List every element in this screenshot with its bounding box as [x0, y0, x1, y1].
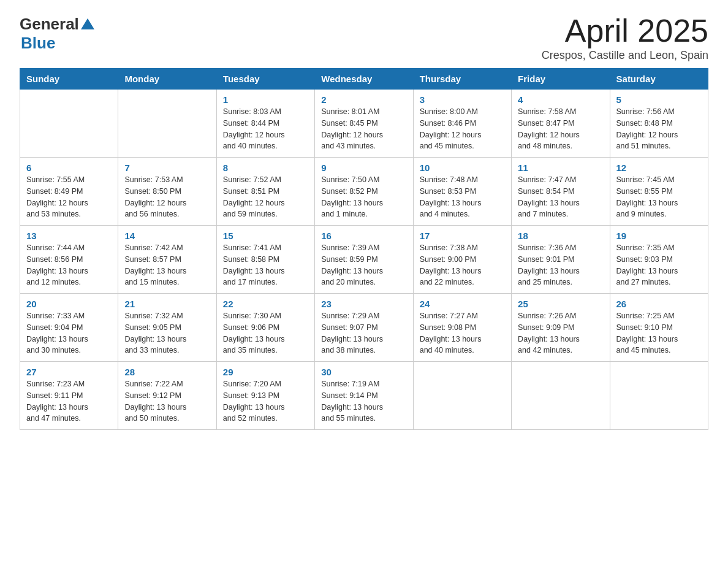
- day-number: 1: [223, 94, 308, 105]
- calendar-cell: 19Sunrise: 7:35 AM Sunset: 9:03 PM Dayli…: [610, 226, 708, 294]
- calendar-cell: 17Sunrise: 7:38 AM Sunset: 9:00 PM Dayli…: [413, 226, 511, 294]
- calendar-cell: 27Sunrise: 7:23 AM Sunset: 9:11 PM Dayli…: [20, 362, 118, 430]
- day-info: Sunrise: 7:23 AM Sunset: 9:11 PM Dayligh…: [26, 380, 88, 423]
- day-number: 20: [26, 299, 112, 309]
- day-info: Sunrise: 7:52 AM Sunset: 8:51 PM Dayligh…: [223, 175, 285, 218]
- day-number: 26: [616, 299, 702, 309]
- calendar-header-tuesday: Tuesday: [216, 69, 314, 90]
- day-info: Sunrise: 7:29 AM Sunset: 9:07 PM Dayligh…: [321, 312, 383, 354]
- calendar-cell: [118, 90, 216, 158]
- calendar-cell: 8Sunrise: 7:52 AM Sunset: 8:51 PM Daylig…: [216, 158, 314, 226]
- calendar-cell: 18Sunrise: 7:36 AM Sunset: 9:01 PM Dayli…: [512, 226, 610, 294]
- calendar-cell: 9Sunrise: 7:50 AM Sunset: 8:52 PM Daylig…: [315, 158, 413, 226]
- day-number: 21: [124, 299, 210, 309]
- title-block: April 2025 Crespos, Castille and Leon, S…: [542, 15, 708, 62]
- day-number: 18: [518, 231, 603, 241]
- calendar-cell: 7Sunrise: 7:53 AM Sunset: 8:50 PM Daylig…: [118, 158, 216, 226]
- day-number: 17: [420, 231, 505, 241]
- day-number: 24: [420, 299, 505, 309]
- day-info: Sunrise: 7:48 AM Sunset: 8:53 PM Dayligh…: [420, 175, 482, 218]
- calendar-week-2: 6Sunrise: 7:55 AM Sunset: 8:49 PM Daylig…: [20, 158, 708, 226]
- calendar-cell: 11Sunrise: 7:47 AM Sunset: 8:54 PM Dayli…: [512, 158, 610, 226]
- calendar-cell: 21Sunrise: 7:32 AM Sunset: 9:05 PM Dayli…: [118, 294, 216, 362]
- calendar-cell: 25Sunrise: 7:26 AM Sunset: 9:09 PM Dayli…: [512, 294, 610, 362]
- day-info: Sunrise: 7:22 AM Sunset: 9:12 PM Dayligh…: [124, 380, 186, 423]
- calendar-cell: 20Sunrise: 7:33 AM Sunset: 9:04 PM Dayli…: [20, 294, 118, 362]
- calendar-table: SundayMondayTuesdayWednesdayThursdayFrid…: [20, 68, 708, 430]
- day-info: Sunrise: 8:00 AM Sunset: 8:46 PM Dayligh…: [420, 107, 482, 150]
- calendar-week-1: 1Sunrise: 8:03 AM Sunset: 8:44 PM Daylig…: [20, 90, 708, 158]
- day-number: 25: [518, 299, 603, 309]
- calendar-cell: 22Sunrise: 7:30 AM Sunset: 9:06 PM Dayli…: [216, 294, 314, 362]
- day-number: 3: [420, 94, 505, 105]
- calendar-week-3: 13Sunrise: 7:44 AM Sunset: 8:56 PM Dayli…: [20, 226, 708, 294]
- day-info: Sunrise: 7:27 AM Sunset: 9:08 PM Dayligh…: [420, 312, 482, 354]
- calendar-cell: 10Sunrise: 7:48 AM Sunset: 8:53 PM Dayli…: [413, 158, 511, 226]
- calendar-cell: 16Sunrise: 7:39 AM Sunset: 8:59 PM Dayli…: [315, 226, 413, 294]
- day-number: 2: [321, 94, 406, 105]
- calendar-cell: 29Sunrise: 7:20 AM Sunset: 9:13 PM Dayli…: [216, 362, 314, 430]
- day-number: 4: [518, 94, 603, 105]
- day-number: 13: [26, 231, 112, 241]
- day-info: Sunrise: 7:19 AM Sunset: 9:14 PM Dayligh…: [321, 380, 383, 423]
- logo-general-text: General: [20, 15, 79, 34]
- day-info: Sunrise: 7:53 AM Sunset: 8:50 PM Dayligh…: [124, 175, 186, 218]
- logo: General Blue: [20, 15, 94, 53]
- calendar-cell: 14Sunrise: 7:42 AM Sunset: 8:57 PM Dayli…: [118, 226, 216, 294]
- calendar-cell: [413, 362, 511, 430]
- calendar-cell: [20, 90, 118, 158]
- svg-marker-0: [81, 18, 94, 29]
- calendar-cell: 4Sunrise: 7:58 AM Sunset: 8:47 PM Daylig…: [512, 90, 610, 158]
- day-info: Sunrise: 7:41 AM Sunset: 8:58 PM Dayligh…: [223, 243, 285, 286]
- day-number: 5: [616, 94, 702, 105]
- logo-triangle-icon: [81, 18, 94, 32]
- calendar-cell: 5Sunrise: 7:56 AM Sunset: 8:48 PM Daylig…: [610, 90, 708, 158]
- day-number: 23: [321, 299, 406, 309]
- day-info: Sunrise: 7:56 AM Sunset: 8:48 PM Dayligh…: [616, 107, 678, 150]
- day-info: Sunrise: 7:38 AM Sunset: 9:00 PM Dayligh…: [420, 243, 482, 286]
- day-number: 6: [26, 163, 112, 173]
- day-number: 8: [223, 163, 308, 173]
- day-number: 7: [124, 163, 210, 173]
- logo-blue-text: Blue: [21, 34, 55, 53]
- day-number: 11: [518, 163, 603, 173]
- calendar-cell: 30Sunrise: 7:19 AM Sunset: 9:14 PM Dayli…: [315, 362, 413, 430]
- day-info: Sunrise: 7:30 AM Sunset: 9:06 PM Dayligh…: [223, 312, 285, 354]
- calendar-cell: [610, 362, 708, 430]
- calendar-cell: 6Sunrise: 7:55 AM Sunset: 8:49 PM Daylig…: [20, 158, 118, 226]
- calendar-cell: 2Sunrise: 8:01 AM Sunset: 8:45 PM Daylig…: [315, 90, 413, 158]
- calendar-header-thursday: Thursday: [413, 69, 511, 90]
- day-info: Sunrise: 8:03 AM Sunset: 8:44 PM Dayligh…: [223, 107, 285, 150]
- day-number: 29: [223, 367, 308, 377]
- day-info: Sunrise: 7:55 AM Sunset: 8:49 PM Dayligh…: [26, 175, 88, 218]
- day-number: 22: [223, 299, 308, 309]
- calendar-header-saturday: Saturday: [610, 69, 708, 90]
- day-number: 16: [321, 231, 406, 241]
- calendar-cell: 26Sunrise: 7:25 AM Sunset: 9:10 PM Dayli…: [610, 294, 708, 362]
- day-info: Sunrise: 7:25 AM Sunset: 9:10 PM Dayligh…: [616, 312, 678, 354]
- calendar-week-5: 27Sunrise: 7:23 AM Sunset: 9:11 PM Dayli…: [20, 362, 708, 430]
- calendar-header-friday: Friday: [512, 69, 610, 90]
- day-number: 19: [616, 231, 702, 241]
- calendar-header-sunday: Sunday: [20, 69, 118, 90]
- calendar-cell: 3Sunrise: 8:00 AM Sunset: 8:46 PM Daylig…: [413, 90, 511, 158]
- calendar-cell: 1Sunrise: 8:03 AM Sunset: 8:44 PM Daylig…: [216, 90, 314, 158]
- day-info: Sunrise: 7:47 AM Sunset: 8:54 PM Dayligh…: [518, 175, 580, 218]
- day-number: 9: [321, 163, 406, 173]
- day-number: 30: [321, 367, 406, 377]
- day-info: Sunrise: 7:33 AM Sunset: 9:04 PM Dayligh…: [26, 312, 88, 354]
- calendar-week-4: 20Sunrise: 7:33 AM Sunset: 9:04 PM Dayli…: [20, 294, 708, 362]
- day-info: Sunrise: 7:58 AM Sunset: 8:47 PM Dayligh…: [518, 107, 580, 150]
- day-info: Sunrise: 7:20 AM Sunset: 9:13 PM Dayligh…: [223, 380, 285, 423]
- calendar-cell: 24Sunrise: 7:27 AM Sunset: 9:08 PM Dayli…: [413, 294, 511, 362]
- page-subtitle: Crespos, Castille and Leon, Spain: [542, 49, 708, 62]
- day-info: Sunrise: 7:35 AM Sunset: 9:03 PM Dayligh…: [616, 243, 678, 286]
- calendar-header-monday: Monday: [118, 69, 216, 90]
- day-number: 15: [223, 231, 308, 241]
- calendar-cell: 12Sunrise: 7:45 AM Sunset: 8:55 PM Dayli…: [610, 158, 708, 226]
- calendar-cell: [512, 362, 610, 430]
- day-info: Sunrise: 8:01 AM Sunset: 8:45 PM Dayligh…: [321, 107, 383, 150]
- calendar-cell: 28Sunrise: 7:22 AM Sunset: 9:12 PM Dayli…: [118, 362, 216, 430]
- day-number: 12: [616, 163, 702, 173]
- day-info: Sunrise: 7:32 AM Sunset: 9:05 PM Dayligh…: [124, 312, 186, 354]
